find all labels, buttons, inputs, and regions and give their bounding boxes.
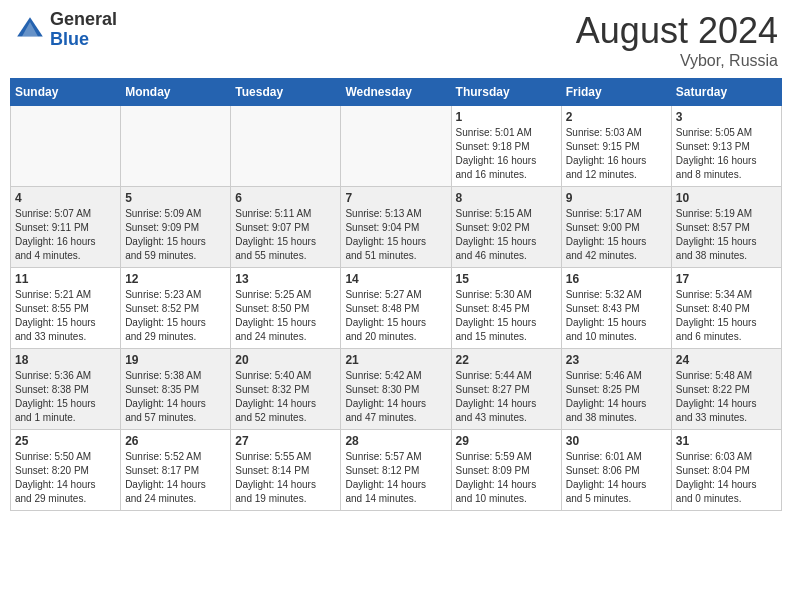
day-cell-16: 16Sunrise: 5:32 AM Sunset: 8:43 PM Dayli…	[561, 268, 671, 349]
day-info: Sunrise: 5:05 AM Sunset: 9:13 PM Dayligh…	[676, 126, 777, 182]
day-number: 21	[345, 353, 446, 367]
day-info: Sunrise: 5:42 AM Sunset: 8:30 PM Dayligh…	[345, 369, 446, 425]
day-info: Sunrise: 5:25 AM Sunset: 8:50 PM Dayligh…	[235, 288, 336, 344]
day-number: 29	[456, 434, 557, 448]
day-info: Sunrise: 5:48 AM Sunset: 8:22 PM Dayligh…	[676, 369, 777, 425]
weekday-header-tuesday: Tuesday	[231, 79, 341, 106]
day-info: Sunrise: 5:52 AM Sunset: 8:17 PM Dayligh…	[125, 450, 226, 506]
day-number: 22	[456, 353, 557, 367]
day-info: Sunrise: 5:23 AM Sunset: 8:52 PM Dayligh…	[125, 288, 226, 344]
weekday-header-sunday: Sunday	[11, 79, 121, 106]
day-cell-23: 23Sunrise: 5:46 AM Sunset: 8:25 PM Dayli…	[561, 349, 671, 430]
day-cell-17: 17Sunrise: 5:34 AM Sunset: 8:40 PM Dayli…	[671, 268, 781, 349]
day-cell-19: 19Sunrise: 5:38 AM Sunset: 8:35 PM Dayli…	[121, 349, 231, 430]
day-info: Sunrise: 5:40 AM Sunset: 8:32 PM Dayligh…	[235, 369, 336, 425]
day-info: Sunrise: 5:09 AM Sunset: 9:09 PM Dayligh…	[125, 207, 226, 263]
day-info: Sunrise: 5:50 AM Sunset: 8:20 PM Dayligh…	[15, 450, 116, 506]
day-cell-8: 8Sunrise: 5:15 AM Sunset: 9:02 PM Daylig…	[451, 187, 561, 268]
day-cell-15: 15Sunrise: 5:30 AM Sunset: 8:45 PM Dayli…	[451, 268, 561, 349]
day-info: Sunrise: 6:01 AM Sunset: 8:06 PM Dayligh…	[566, 450, 667, 506]
day-cell-26: 26Sunrise: 5:52 AM Sunset: 8:17 PM Dayli…	[121, 430, 231, 511]
day-number: 1	[456, 110, 557, 124]
week-row-2: 4Sunrise: 5:07 AM Sunset: 9:11 PM Daylig…	[11, 187, 782, 268]
week-row-3: 11Sunrise: 5:21 AM Sunset: 8:55 PM Dayli…	[11, 268, 782, 349]
day-info: Sunrise: 5:15 AM Sunset: 9:02 PM Dayligh…	[456, 207, 557, 263]
day-info: Sunrise: 5:21 AM Sunset: 8:55 PM Dayligh…	[15, 288, 116, 344]
day-number: 4	[15, 191, 116, 205]
day-cell-2: 2Sunrise: 5:03 AM Sunset: 9:15 PM Daylig…	[561, 106, 671, 187]
month-year: August 2024	[576, 10, 778, 52]
calendar-table: SundayMondayTuesdayWednesdayThursdayFrid…	[10, 78, 782, 511]
day-cell-5: 5Sunrise: 5:09 AM Sunset: 9:09 PM Daylig…	[121, 187, 231, 268]
day-cell-27: 27Sunrise: 5:55 AM Sunset: 8:14 PM Dayli…	[231, 430, 341, 511]
day-cell-11: 11Sunrise: 5:21 AM Sunset: 8:55 PM Dayli…	[11, 268, 121, 349]
page-header: General Blue August 2024 Vybor, Russia	[10, 10, 782, 70]
day-number: 31	[676, 434, 777, 448]
day-number: 18	[15, 353, 116, 367]
day-cell-3: 3Sunrise: 5:05 AM Sunset: 9:13 PM Daylig…	[671, 106, 781, 187]
empty-cell	[231, 106, 341, 187]
day-info: Sunrise: 5:17 AM Sunset: 9:00 PM Dayligh…	[566, 207, 667, 263]
day-number: 28	[345, 434, 446, 448]
day-info: Sunrise: 5:11 AM Sunset: 9:07 PM Dayligh…	[235, 207, 336, 263]
day-number: 19	[125, 353, 226, 367]
day-number: 13	[235, 272, 336, 286]
day-cell-24: 24Sunrise: 5:48 AM Sunset: 8:22 PM Dayli…	[671, 349, 781, 430]
day-cell-9: 9Sunrise: 5:17 AM Sunset: 9:00 PM Daylig…	[561, 187, 671, 268]
day-number: 5	[125, 191, 226, 205]
day-number: 20	[235, 353, 336, 367]
day-info: Sunrise: 5:19 AM Sunset: 8:57 PM Dayligh…	[676, 207, 777, 263]
logo: General Blue	[14, 10, 117, 50]
day-cell-10: 10Sunrise: 5:19 AM Sunset: 8:57 PM Dayli…	[671, 187, 781, 268]
day-info: Sunrise: 5:57 AM Sunset: 8:12 PM Dayligh…	[345, 450, 446, 506]
day-number: 2	[566, 110, 667, 124]
week-row-1: 1Sunrise: 5:01 AM Sunset: 9:18 PM Daylig…	[11, 106, 782, 187]
week-row-5: 25Sunrise: 5:50 AM Sunset: 8:20 PM Dayli…	[11, 430, 782, 511]
day-cell-18: 18Sunrise: 5:36 AM Sunset: 8:38 PM Dayli…	[11, 349, 121, 430]
day-cell-20: 20Sunrise: 5:40 AM Sunset: 8:32 PM Dayli…	[231, 349, 341, 430]
weekday-header-saturday: Saturday	[671, 79, 781, 106]
day-number: 14	[345, 272, 446, 286]
day-number: 30	[566, 434, 667, 448]
day-cell-14: 14Sunrise: 5:27 AM Sunset: 8:48 PM Dayli…	[341, 268, 451, 349]
day-info: Sunrise: 5:44 AM Sunset: 8:27 PM Dayligh…	[456, 369, 557, 425]
day-cell-25: 25Sunrise: 5:50 AM Sunset: 8:20 PM Dayli…	[11, 430, 121, 511]
day-cell-22: 22Sunrise: 5:44 AM Sunset: 8:27 PM Dayli…	[451, 349, 561, 430]
day-info: Sunrise: 5:03 AM Sunset: 9:15 PM Dayligh…	[566, 126, 667, 182]
weekday-header-monday: Monday	[121, 79, 231, 106]
logo-general-text: General	[50, 10, 117, 30]
day-cell-7: 7Sunrise: 5:13 AM Sunset: 9:04 PM Daylig…	[341, 187, 451, 268]
weekday-header-row: SundayMondayTuesdayWednesdayThursdayFrid…	[11, 79, 782, 106]
day-cell-4: 4Sunrise: 5:07 AM Sunset: 9:11 PM Daylig…	[11, 187, 121, 268]
day-number: 26	[125, 434, 226, 448]
day-info: Sunrise: 5:27 AM Sunset: 8:48 PM Dayligh…	[345, 288, 446, 344]
day-cell-31: 31Sunrise: 6:03 AM Sunset: 8:04 PM Dayli…	[671, 430, 781, 511]
day-info: Sunrise: 5:36 AM Sunset: 8:38 PM Dayligh…	[15, 369, 116, 425]
day-info: Sunrise: 5:01 AM Sunset: 9:18 PM Dayligh…	[456, 126, 557, 182]
day-number: 25	[15, 434, 116, 448]
day-cell-30: 30Sunrise: 6:01 AM Sunset: 8:06 PM Dayli…	[561, 430, 671, 511]
day-number: 11	[15, 272, 116, 286]
day-number: 12	[125, 272, 226, 286]
day-number: 7	[345, 191, 446, 205]
empty-cell	[11, 106, 121, 187]
day-info: Sunrise: 5:46 AM Sunset: 8:25 PM Dayligh…	[566, 369, 667, 425]
day-info: Sunrise: 5:59 AM Sunset: 8:09 PM Dayligh…	[456, 450, 557, 506]
day-info: Sunrise: 5:13 AM Sunset: 9:04 PM Dayligh…	[345, 207, 446, 263]
day-number: 3	[676, 110, 777, 124]
day-number: 10	[676, 191, 777, 205]
day-info: Sunrise: 5:32 AM Sunset: 8:43 PM Dayligh…	[566, 288, 667, 344]
day-info: Sunrise: 5:34 AM Sunset: 8:40 PM Dayligh…	[676, 288, 777, 344]
weekday-header-wednesday: Wednesday	[341, 79, 451, 106]
week-row-4: 18Sunrise: 5:36 AM Sunset: 8:38 PM Dayli…	[11, 349, 782, 430]
day-number: 27	[235, 434, 336, 448]
title-block: August 2024 Vybor, Russia	[576, 10, 778, 70]
location: Vybor, Russia	[576, 52, 778, 70]
day-info: Sunrise: 5:55 AM Sunset: 8:14 PM Dayligh…	[235, 450, 336, 506]
day-number: 9	[566, 191, 667, 205]
weekday-header-friday: Friday	[561, 79, 671, 106]
day-number: 23	[566, 353, 667, 367]
day-number: 15	[456, 272, 557, 286]
logo-blue-text: Blue	[50, 30, 117, 50]
day-info: Sunrise: 6:03 AM Sunset: 8:04 PM Dayligh…	[676, 450, 777, 506]
